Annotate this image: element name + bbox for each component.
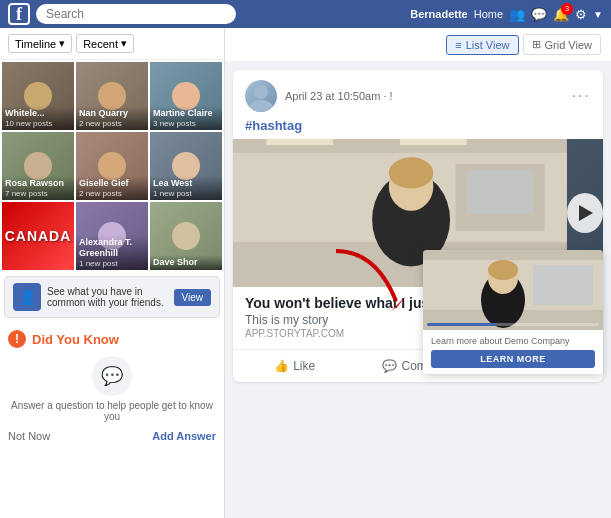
like-button[interactable]: 👍 Like: [233, 354, 356, 378]
friend-item[interactable]: Rosa Rawson 7 new posts: [2, 132, 74, 200]
common-friends-text: See what you have in common with your fr…: [47, 286, 168, 308]
common-friends-banner: 👤 See what you have in common with your …: [4, 276, 220, 318]
home-link[interactable]: Home: [474, 8, 503, 20]
friend-name: Rosa Rawson: [5, 178, 71, 189]
list-view-button[interactable]: ≡ List View: [446, 35, 518, 55]
post-date: April 23 at 10:50am · !: [285, 90, 564, 102]
grid-icon: ⊞: [532, 38, 541, 51]
chevron-down-icon: ▾: [121, 37, 127, 50]
friend-item[interactable]: Martine Claire 3 new posts: [150, 62, 222, 130]
canada-label: CANADA: [5, 228, 72, 244]
main-content: ≡ List View ⊞ Grid View April 23 at 10:5…: [225, 28, 611, 518]
recent-button[interactable]: Recent ▾: [76, 34, 134, 53]
facebook-logo: f: [8, 3, 30, 25]
post-meta: April 23 at 10:50am · !: [285, 90, 564, 102]
svg-point-1: [249, 100, 273, 112]
svg-point-0: [254, 85, 268, 99]
popup-bottom: Learn more about Demo Company LEARN MORE: [423, 330, 603, 374]
search-input[interactable]: [36, 4, 236, 24]
friend-item[interactable]: Alexandra T. Greenhill 1 new post: [76, 202, 148, 270]
popup-description: Learn more about Demo Company: [431, 336, 595, 346]
notifications-icon[interactable]: 🔔 3: [553, 7, 569, 22]
friend-name: Alexandra T. Greenhill: [79, 237, 145, 259]
friend-item[interactable]: Whitele... 10 new posts: [2, 62, 74, 130]
like-icon: 👍: [274, 359, 289, 373]
comment-icon: 💬: [382, 359, 397, 373]
navbar: f Bernadette Home 👥 💬 🔔 3 ⚙ ▼: [0, 0, 611, 28]
video-popup: Learn more about Demo Company LEARN MORE: [423, 250, 603, 374]
post-header: April 23 at 10:50am · ! ···: [233, 70, 603, 118]
friend-posts: 1 new post: [79, 259, 145, 268]
friend-name: Lea West: [153, 178, 219, 189]
post-avatar: [245, 80, 277, 112]
friend-item[interactable]: Nan Quarry 2 new posts: [76, 62, 148, 130]
post-hashtag[interactable]: #hashtag: [233, 118, 603, 139]
svg-rect-4: [266, 139, 333, 145]
svg-rect-7: [467, 170, 534, 215]
svg-rect-14: [533, 265, 593, 305]
view-button[interactable]: View: [174, 289, 212, 306]
timeline-bar: Timeline ▾ Recent ▾: [0, 28, 224, 60]
friend-name: Martine Claire: [153, 108, 219, 119]
nav-username: Bernadette: [410, 8, 467, 20]
list-icon: ≡: [455, 39, 461, 51]
video-progress-fill: [427, 323, 496, 326]
friend-item[interactable]: Dave Shor: [150, 202, 222, 270]
arrow-container: [316, 241, 416, 334]
grid-view-button[interactable]: ⊞ Grid View: [523, 34, 601, 55]
play-icon: [579, 205, 593, 221]
chevron-down-icon[interactable]: ▼: [593, 9, 603, 20]
friend-name: Nan Quarry: [79, 108, 145, 119]
friends-icon[interactable]: 👥: [509, 7, 525, 22]
popup-video[interactable]: [423, 250, 603, 330]
curved-arrow: [316, 241, 416, 331]
common-friends-icon: 👤: [13, 283, 41, 311]
add-answer-button[interactable]: Add Answer: [152, 430, 216, 442]
notification-badge: 3: [561, 3, 573, 15]
did-you-know-title: ! Did You Know: [8, 330, 216, 348]
friend-name: Giselle Gief: [79, 178, 145, 189]
friend-posts: 7 new posts: [5, 189, 71, 198]
timeline-button[interactable]: Timeline ▾: [8, 34, 72, 53]
dyk-description: Answer a question to help people get to …: [8, 400, 216, 422]
content-wrapper: April 23 at 10:50am · ! ··· #hashtag: [225, 70, 611, 382]
play-button[interactable]: [567, 193, 603, 233]
speech-bubble-icon: 💬: [92, 356, 132, 396]
chevron-down-icon: ▾: [59, 37, 65, 50]
friend-item[interactable]: Lea West 1 new post: [150, 132, 222, 200]
svg-point-17: [488, 260, 518, 280]
friend-name: Dave Shor: [153, 257, 219, 268]
messages-icon[interactable]: 💬: [531, 7, 547, 22]
friend-name: Whitele...: [5, 108, 71, 119]
view-toggle: ≡ List View ⊞ Grid View: [225, 28, 611, 62]
main-layout: Timeline ▾ Recent ▾ Whitele... 10 new po…: [0, 28, 611, 518]
not-now-button[interactable]: Not Now: [8, 430, 50, 442]
did-you-know-section: ! Did You Know 💬 Answer a question to he…: [0, 322, 224, 450]
friend-posts: 2 new posts: [79, 189, 145, 198]
friend-posts: 3 new posts: [153, 119, 219, 128]
popup-cta-button[interactable]: LEARN MORE: [431, 350, 595, 368]
friend-item[interactable]: Giselle Gief 2 new posts: [76, 132, 148, 200]
video-progress-bar: [427, 323, 599, 326]
settings-icon[interactable]: ⚙: [575, 7, 587, 22]
did-you-know-icon: !: [8, 330, 26, 348]
friend-posts: 1 new post: [153, 189, 219, 198]
friends-grid: Whitele... 10 new posts Nan Quarry 2 new…: [0, 60, 224, 272]
svg-rect-5: [400, 139, 467, 145]
post-options-button[interactable]: ···: [572, 87, 591, 105]
svg-point-10: [389, 157, 434, 188]
dyk-actions: Not Now Add Answer: [8, 430, 216, 442]
friend-posts: 10 new posts: [5, 119, 71, 128]
friend-posts: 2 new posts: [79, 119, 145, 128]
canada-cell[interactable]: CANADA: [2, 202, 74, 270]
left-sidebar: Timeline ▾ Recent ▾ Whitele... 10 new po…: [0, 28, 225, 518]
nav-right: Bernadette Home 👥 💬 🔔 3 ⚙ ▼: [410, 7, 603, 22]
